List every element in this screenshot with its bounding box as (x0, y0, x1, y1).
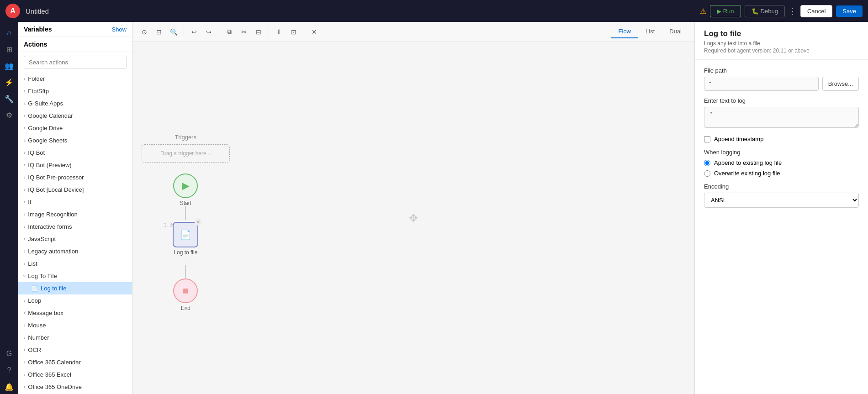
delete-button[interactable]: ⊟ (252, 26, 265, 38)
flow-canvas[interactable]: Triggers Drag a trigger here... ▶ Start … (132, 42, 694, 394)
toolbar-sep-1 (184, 27, 184, 37)
action-group-gsheets[interactable]: › Google Sheets (18, 134, 132, 147)
action-group-interactive-forms[interactable]: › Interactive forms (18, 221, 132, 233)
action-group-iqbot-preview[interactable]: › IQ Bot (Preview) (18, 159, 132, 171)
cursor-tool[interactable]: ⊙ (138, 26, 151, 38)
cancel-button[interactable]: Cancel (800, 5, 832, 17)
box-select-tool[interactable]: ⊡ (153, 26, 165, 38)
debug-button[interactable]: 🐛 Debug (745, 5, 785, 17)
chevron-right-icon: › (24, 347, 25, 352)
app-title: Untitled (26, 7, 700, 15)
action-group-iqbot[interactable]: › IQ Bot (18, 147, 132, 159)
zoom-tool[interactable]: 🔍 (167, 26, 180, 38)
action-group-mouse[interactable]: › Mouse (18, 319, 132, 331)
user-icon[interactable]: G (2, 347, 16, 361)
log-icon: 📄 (180, 229, 191, 240)
action-group-message-box[interactable]: › Message box (18, 307, 132, 319)
run-icon: ▶ (717, 8, 721, 15)
action-group-if[interactable]: › If (18, 196, 132, 208)
action-group-javascript[interactable]: › JavaScript (18, 233, 132, 245)
redo-button[interactable]: ↪ (202, 26, 215, 38)
chevron-right-icon: › (24, 113, 25, 118)
action-group-gdrive[interactable]: › Google Drive (18, 122, 132, 134)
tab-flow[interactable]: Flow (611, 25, 638, 38)
action-group-image-recognition[interactable]: › Image Recognition (18, 208, 132, 221)
notifications-icon[interactable]: 🔔 (2, 379, 16, 394)
grid-icon[interactable]: ⊞ (2, 42, 16, 57)
move-down-button[interactable]: ⇩ (273, 26, 286, 38)
action-item-log-to-file[interactable]: 📄 Log to file (18, 282, 132, 294)
log-node-box[interactable]: 📄 (173, 222, 198, 247)
copy-button[interactable]: ⧉ (223, 26, 236, 38)
encoding-select[interactable]: ANSI UTF-8 UTF-16 ASCII (704, 193, 859, 208)
run-button[interactable]: ▶ Run (710, 5, 741, 17)
group-label: Mouse (28, 322, 46, 329)
overwrite-existing-radio[interactable] (704, 170, 710, 177)
action-group-ocr[interactable]: › OCR (18, 344, 132, 356)
append-existing-radio[interactable] (704, 160, 710, 166)
chevron-right-icon: › (24, 298, 25, 303)
tab-dual[interactable]: Dual (662, 25, 689, 38)
tab-list[interactable]: List (638, 25, 662, 38)
action-group-gcalendar[interactable]: › Google Calendar (18, 110, 132, 122)
log-to-file-node[interactable]: 1. ⚠ 📄 ✕ Log to file · · (173, 222, 198, 263)
action-group-iqbot-local[interactable]: › IQ Bot [Local Device] (18, 184, 132, 196)
help-icon[interactable]: ? (2, 363, 16, 378)
action-group-o365-onedrive[interactable]: › Office 365 OneDrive (18, 381, 132, 393)
group-label: Google Sheets (28, 137, 67, 144)
chevron-right-icon: › (24, 101, 25, 106)
run-label: Run (723, 8, 734, 15)
group-label: If (28, 199, 31, 205)
undo-button[interactable]: ↩ (188, 26, 201, 38)
chevron-right-icon: › (24, 126, 25, 131)
action-group-iqbot-preprocessor[interactable]: › IQ Bot Pre-processor (18, 171, 132, 184)
end-node: ■ End (173, 278, 198, 311)
action-group-ftpsftp[interactable]: › Ftp/Sftp (18, 85, 132, 97)
group-label: Number (28, 334, 49, 341)
action-group-loop[interactable]: › Loop (18, 294, 132, 307)
trigger-drop-zone[interactable]: Drag a trigger here... (142, 144, 230, 163)
people-icon[interactable]: 👥 (2, 58, 16, 73)
home-icon[interactable]: ⌂ (2, 26, 16, 40)
group-label: G-Suite Apps (28, 100, 63, 107)
close-node-button[interactable]: ✕ (195, 218, 202, 226)
action-group-o365-calendar[interactable]: › Office 365 Calendar (18, 356, 132, 368)
chevron-right-icon: › (24, 89, 25, 94)
settings-icon[interactable]: ⚙ (2, 108, 16, 122)
group-label: Google Calendar (28, 112, 73, 119)
action-group-list[interactable]: › List (18, 257, 132, 270)
save-button[interactable]: Save (836, 5, 863, 17)
group-label: Google Drive (28, 125, 63, 131)
action-group-folder[interactable]: › Folder (18, 73, 132, 85)
browse-button[interactable]: Browse... (822, 77, 859, 91)
enter-text-input[interactable]: " (704, 107, 859, 128)
group-label: Office 365 OneDrive (28, 383, 82, 390)
warning-icon: ⚠ (700, 7, 706, 16)
search-actions-input[interactable] (24, 56, 127, 69)
canvas-toolbar: ⊙ ⊡ 🔍 ↩ ↪ ⧉ ✂ ⊟ ⇩ ⊡ ✕ Flow List Dual (132, 22, 694, 42)
activity-icon[interactable]: ⚡ (2, 75, 16, 89)
chevron-right-icon: › (24, 150, 25, 155)
file-path-input[interactable] (704, 77, 819, 91)
action-group-legacy[interactable]: › Legacy automation (18, 245, 132, 257)
more-button[interactable]: ⋮ (789, 6, 797, 16)
cut-button[interactable]: ✂ (238, 26, 250, 38)
action-group-log-to-file[interactable]: › Log To File (18, 270, 132, 282)
append-timestamp-checkbox[interactable] (704, 136, 710, 142)
action-group-o365-excel[interactable]: › Office 365 Excel (18, 368, 132, 381)
group-label: Interactive forms (28, 223, 72, 230)
puzzle-icon[interactable]: 🔧 (2, 91, 16, 106)
append-timestamp-label: Append timestamp (714, 136, 763, 142)
actions-panel: Variables Show Actions › Folder › Ftp/Sf… (18, 22, 132, 394)
chevron-right-icon: › (24, 335, 25, 340)
clear-button[interactable]: ✕ (308, 26, 321, 38)
right-panel-header: Log to file Logs any text into a file Re… (695, 22, 868, 60)
variables-show-button[interactable]: Show (111, 26, 127, 33)
chevron-right-icon: › (24, 236, 25, 242)
arrange-button[interactable]: ⊡ (287, 26, 300, 38)
action-group-gsuite[interactable]: › G-Suite Apps (18, 97, 132, 110)
debug-icon: 🐛 (752, 8, 759, 15)
group-label: Loop (28, 297, 41, 304)
chevron-right-icon: › (24, 249, 25, 254)
action-group-number[interactable]: › Number (18, 331, 132, 344)
